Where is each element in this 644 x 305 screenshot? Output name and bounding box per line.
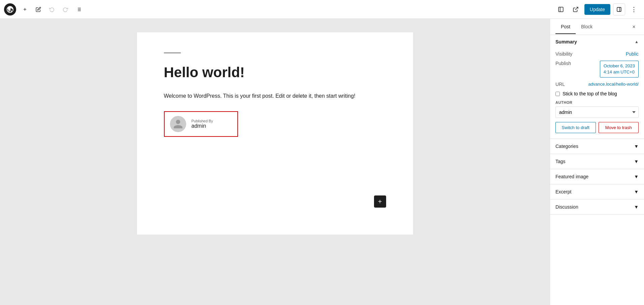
discussion-label: Discussion — [555, 204, 578, 210]
move-trash-button[interactable]: Move to trash — [599, 122, 639, 133]
tags-label: Tags — [555, 159, 566, 164]
wp-logo[interactable] — [4, 3, 16, 16]
author-section: AUTHOR admin — [555, 100, 639, 122]
tab-post[interactable]: Post — [555, 20, 576, 34]
categories-section-header[interactable]: Categories ▼ — [550, 139, 644, 154]
categories-chevron: ▼ — [634, 144, 639, 149]
author-section-label: AUTHOR — [555, 100, 639, 104]
tags-chevron: ▼ — [634, 159, 639, 164]
add-block-button[interactable]: + — [374, 195, 386, 208]
categories-label: Categories — [555, 144, 578, 149]
publish-row: Publish October 6, 2023 4:14 am UTC+0 — [555, 61, 639, 78]
sidebar: Post Block × Summary ▲ Visibility Public… — [550, 19, 644, 305]
tags-section-header[interactable]: Tags ▼ — [550, 154, 644, 169]
author-info: Published By admin — [192, 119, 213, 129]
add-block-toolbar-button[interactable]: + — [19, 3, 31, 16]
edit-button[interactable] — [32, 3, 44, 16]
summary-chevron: ▲ — [635, 39, 639, 44]
excerpt-section-header[interactable]: Excerpt ▼ — [550, 184, 644, 199]
main-area: Hello world! Welcome to WordPress. This … — [0, 19, 644, 305]
summary-section: Summary ▲ Visibility Public Publish Octo… — [550, 35, 644, 139]
svg-rect-6 — [558, 7, 563, 12]
sidebar-toggle-button[interactable] — [613, 3, 625, 16]
discussion-chevron: ▼ — [634, 204, 639, 210]
visibility-row: Visibility Public — [555, 51, 639, 57]
stick-top-label[interactable]: Stick to the top of the blog — [563, 91, 617, 96]
svg-line-7 — [575, 7, 578, 10]
undo-button[interactable] — [46, 3, 58, 16]
excerpt-chevron: ▼ — [634, 189, 639, 194]
redo-button[interactable] — [59, 3, 71, 16]
toolbar-right: Update ⋮ — [555, 3, 640, 16]
preview-button[interactable] — [570, 3, 582, 16]
summary-section-content: Visibility Public Publish October 6, 202… — [550, 49, 644, 139]
more-options-button[interactable]: ⋮ — [628, 3, 640, 16]
stick-top-checkbox[interactable] — [555, 92, 560, 96]
author-name-text: admin — [192, 123, 213, 129]
published-by-label: Published By — [192, 119, 213, 123]
author-block[interactable]: Published By admin — [164, 111, 238, 137]
switch-draft-button[interactable]: Switch to draft — [555, 122, 596, 133]
summary-title: Summary — [555, 39, 577, 44]
featured-image-chevron: ▼ — [634, 174, 639, 179]
discussion-section-header[interactable]: Discussion ▼ — [550, 200, 644, 214]
author-select[interactable]: admin — [555, 106, 639, 118]
separator — [164, 53, 181, 53]
excerpt-label: Excerpt — [555, 189, 571, 194]
publish-date-button[interactable]: October 6, 2023 4:14 am UTC+0 — [600, 61, 639, 78]
featured-image-section-header[interactable]: Featured image ▼ — [550, 169, 644, 184]
sidebar-header: Post Block × — [550, 19, 644, 35]
view-button[interactable] — [555, 3, 567, 16]
summary-section-header[interactable]: Summary ▲ — [550, 35, 644, 49]
tags-section: Tags ▼ — [550, 154, 644, 169]
featured-image-label: Featured image — [555, 174, 588, 179]
post-title[interactable]: Hello world! — [164, 64, 386, 81]
svg-rect-8 — [617, 7, 621, 11]
excerpt-section: Excerpt ▼ — [550, 184, 644, 200]
url-value[interactable]: advance.local/hello-world/ — [588, 82, 639, 87]
featured-image-section: Featured image ▼ — [550, 169, 644, 184]
categories-section: Categories ▼ — [550, 139, 644, 154]
post-body[interactable]: Welcome to WordPress. This is your first… — [164, 92, 386, 100]
editor-content: Hello world! Welcome to WordPress. This … — [137, 32, 413, 235]
tab-block[interactable]: Block — [576, 20, 598, 34]
action-buttons: Switch to draft Move to trash — [555, 122, 639, 133]
sidebar-close-button[interactable]: × — [629, 22, 639, 32]
publish-label: Publish — [555, 61, 579, 66]
visibility-label: Visibility — [555, 51, 579, 57]
toolbar: + Update ⋮ — [0, 0, 644, 19]
url-label: URL — [555, 82, 579, 87]
url-row: URL advance.local/hello-world/ — [555, 82, 639, 87]
author-avatar — [170, 116, 186, 132]
publish-time: 4:14 am UTC+0 — [604, 69, 635, 74]
update-button[interactable]: Update — [584, 4, 610, 15]
list-view-button[interactable] — [73, 3, 85, 16]
sidebar-tabs: Post Block — [555, 20, 629, 34]
stick-top-row: Stick to the top of the blog — [555, 91, 639, 96]
discussion-section: Discussion ▼ — [550, 200, 644, 215]
editor-area: Hello world! Welcome to WordPress. This … — [0, 19, 550, 305]
visibility-value[interactable]: Public — [626, 51, 639, 57]
publish-date: October 6, 2023 — [604, 63, 635, 68]
